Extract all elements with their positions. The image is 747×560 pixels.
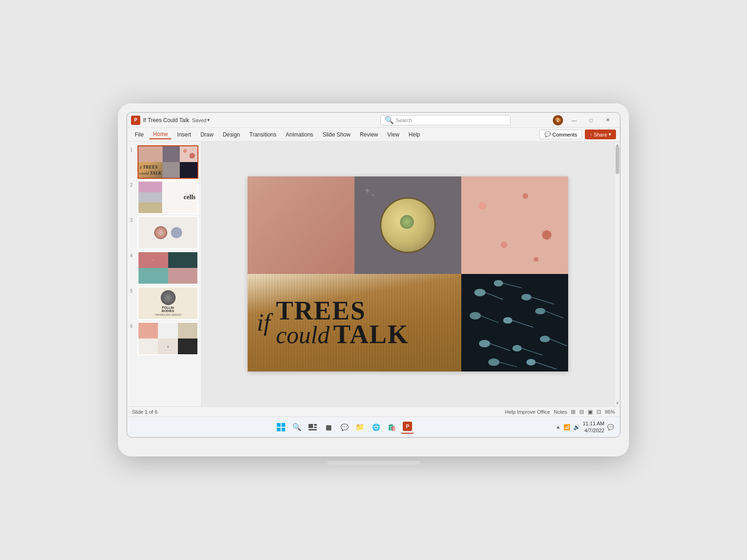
menu-review[interactable]: Review	[356, 130, 381, 139]
chevron-up-icon[interactable]: ▲	[556, 424, 561, 430]
slide-preview-2[interactable]: cells	[138, 181, 198, 214]
slide-thumb-3[interactable]: 3	[130, 216, 198, 249]
svg-line-13	[490, 344, 510, 351]
slide-number-5: 5	[130, 287, 136, 293]
title-bar: P If Trees Could Talk Saved ▾ 🔍 Search	[127, 113, 620, 128]
taskbar-center: 🔍 ▦	[133, 421, 556, 434]
chat-button[interactable]: 💬	[338, 421, 351, 434]
slide-number-6: 6	[130, 322, 136, 329]
svg-point-6	[470, 312, 481, 319]
laptop-base	[327, 461, 420, 465]
taskbar-search-button[interactable]: 🔍	[290, 421, 303, 434]
powerpoint-icon: P	[131, 116, 140, 125]
svg-rect-22	[277, 423, 281, 427]
scrollbar[interactable]: ▲ ▼	[614, 142, 620, 406]
cell-top-right	[461, 176, 568, 274]
svg-line-7	[481, 316, 498, 323]
svg-line-19	[499, 362, 517, 367]
share-icon: ↑	[590, 132, 592, 137]
slide-number-3: 3	[130, 216, 136, 223]
svg-line-15	[522, 348, 543, 355]
slide-thumb-6[interactable]: 6 ⚜	[130, 322, 198, 355]
slides-panel: 1 if TREES could TALK	[127, 142, 202, 406]
close-button[interactable]: ✕	[599, 114, 616, 127]
notification-icon[interactable]: 💬	[607, 424, 614, 430]
menu-bar: File Home Insert Draw Design Transitions…	[127, 128, 620, 142]
menu-draw[interactable]: Draw	[197, 130, 217, 139]
menu-file[interactable]: File	[131, 130, 147, 139]
cross-section-image	[380, 197, 436, 253]
title-talk: TALK	[333, 323, 409, 346]
file-title: If Trees Could Talk	[143, 117, 189, 124]
slide-thumb-4[interactable]: 4	[130, 251, 198, 285]
share-button[interactable]: ↑ Share ▾	[585, 130, 616, 139]
scrollbar-thumb[interactable]	[616, 146, 619, 174]
menu-transitions[interactable]: Transitions	[246, 130, 280, 139]
date-display: 4/7/2022	[583, 427, 604, 434]
laptop-screen: P If Trees Could Talk Saved ▾ 🔍 Search	[126, 112, 621, 438]
saved-status[interactable]: Saved ▾	[192, 117, 210, 123]
notes-button[interactable]: Notes	[554, 409, 567, 415]
widgets-icon: ▦	[326, 423, 332, 431]
widgets-button[interactable]: ▦	[322, 421, 335, 434]
svg-line-5	[531, 297, 554, 304]
minimize-button[interactable]: —	[566, 114, 583, 127]
cell-bot-left: if TREES could TALK	[248, 274, 461, 371]
menu-home[interactable]: Home	[149, 130, 171, 139]
reading-view-button[interactable]: ▣	[588, 409, 593, 415]
edge-browser-button[interactable]: 🌐	[369, 421, 382, 434]
slide-preview-4[interactable]	[138, 251, 198, 285]
powerpoint-taskbar-button[interactable]: P	[401, 421, 414, 434]
powerpoint-taskbar-icon: P	[403, 422, 412, 431]
slide-preview-6[interactable]: ⚜	[138, 322, 198, 355]
status-bar-right: Help Improve Office Notes ⊞ ⊟ ▣ ⊡ 86%	[505, 409, 615, 415]
svg-point-8	[503, 317, 512, 324]
menu-view[interactable]: View	[384, 130, 403, 139]
svg-line-9	[512, 320, 533, 327]
normal-view-button[interactable]: ⊞	[571, 409, 576, 415]
svg-rect-29	[308, 429, 317, 430]
chat-icon: 💬	[341, 423, 348, 431]
start-button[interactable]	[275, 421, 288, 434]
slide-number-1: 1	[130, 145, 136, 152]
store-icon: 🛍️	[388, 423, 396, 431]
slide-thumb-1[interactable]: 1 if TREES could TALK	[130, 145, 198, 179]
title-could: could	[276, 325, 330, 346]
laptop-body: P If Trees Could Talk Saved ▾ 🔍 Search	[118, 104, 629, 456]
menu-help[interactable]: Help	[405, 130, 424, 139]
svg-rect-27	[314, 424, 317, 426]
slide-grid: ✦ ✦	[248, 176, 568, 371]
network-icon[interactable]: 📶	[564, 424, 570, 430]
comments-button[interactable]: 💬 Comments	[539, 130, 582, 139]
slide-sorter-button[interactable]: ⊟	[579, 409, 584, 415]
maximize-button[interactable]: □	[583, 114, 599, 127]
volume-icon[interactable]: 🔊	[573, 424, 580, 430]
slide-preview-3[interactable]	[138, 216, 198, 249]
menu-animations[interactable]: Animations	[282, 130, 317, 139]
slide-preview-5[interactable]: POLLINBODIES "TRAVELING SEEDS"	[138, 287, 198, 320]
cell-top-left	[248, 176, 354, 274]
main-slide-canvas: ✦ ✦	[248, 176, 568, 371]
svg-point-20	[526, 359, 536, 365]
menu-slideshow[interactable]: Slide Show	[319, 130, 354, 139]
search-bar[interactable]: 🔍 Search	[380, 115, 511, 125]
menu-insert[interactable]: Insert	[173, 130, 195, 139]
task-view-button[interactable]	[306, 421, 319, 434]
window-controls: — □ ✕	[566, 114, 616, 127]
system-clock[interactable]: 11:11 AM 4/7/2022	[583, 420, 604, 434]
search-icon: 🔍	[385, 116, 394, 124]
file-explorer-button[interactable]: 📁	[354, 421, 367, 434]
menu-design[interactable]: Design	[219, 130, 243, 139]
slide-preview-1[interactable]: if TREES could TALK	[138, 145, 198, 179]
edge-icon: 🌐	[372, 423, 380, 431]
slide-thumb-2[interactable]: 2 cells	[130, 181, 198, 214]
status-bar: Slide 1 of 6 Help Improve Office Notes ⊞…	[127, 406, 620, 417]
title-trees: TREES	[276, 299, 409, 322]
store-button[interactable]: 🛍️	[385, 421, 398, 434]
title-bar-left: P If Trees Could Talk Saved ▾	[131, 116, 338, 125]
taskbar-search-icon: 🔍	[292, 423, 301, 431]
svg-rect-24	[277, 428, 281, 431]
slide-thumb-5[interactable]: 5 POLLINBODIES "TRAVELING SEEDS"	[130, 287, 198, 320]
presenter-view-button[interactable]: ⊡	[596, 409, 601, 415]
svg-point-0	[474, 289, 485, 296]
